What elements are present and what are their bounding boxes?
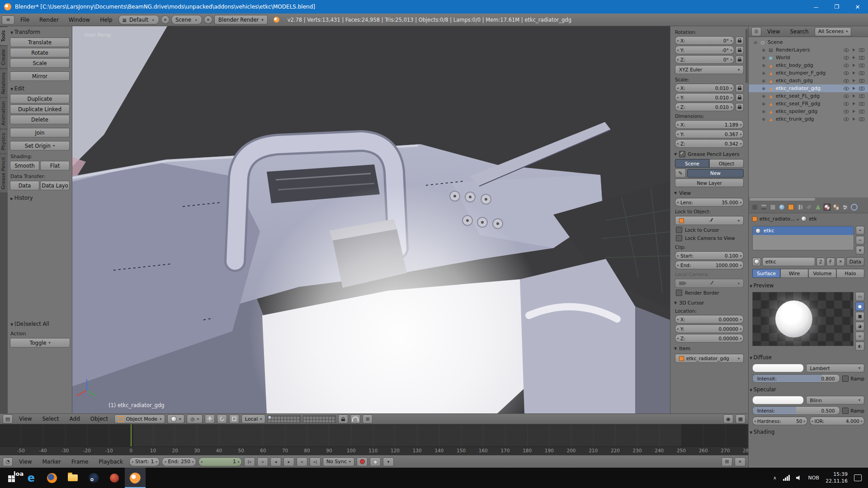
selectability-cursor-icon[interactable] [852, 63, 856, 68]
selectability-cursor-icon[interactable] [852, 79, 856, 83]
outliner-row[interactable]: etkc_body_gdg [749, 61, 868, 69]
delete-scene-button[interactable] [204, 15, 212, 24]
modifiers-tab[interactable] [805, 203, 813, 211]
object-tab[interactable] [787, 203, 795, 211]
expand-icon[interactable] [761, 62, 766, 68]
action-center-icon[interactable] [854, 474, 862, 481]
fake-user-button[interactable]: F [826, 258, 835, 266]
rotation-z-field[interactable]: Z:0° [675, 55, 734, 64]
jump-to-end-button[interactable] [310, 457, 321, 466]
visibility-eye-icon[interactable] [844, 56, 849, 60]
preview-hair-button[interactable] [855, 332, 864, 341]
keying-set-button[interactable] [370, 457, 381, 466]
delete-layout-button[interactable] [161, 15, 170, 24]
volume-tab[interactable]: Volume [808, 269, 836, 278]
visibility-eye-icon[interactable] [844, 48, 849, 52]
diffuse-shader-dropdown[interactable]: Lambert [806, 364, 865, 372]
translate-button[interactable]: Translate [10, 38, 70, 47]
add-slot-button[interactable] [856, 226, 864, 235]
preview-sphere-button[interactable] [855, 302, 864, 311]
blender-taskbar-icon[interactable] [125, 468, 146, 488]
expand-icon[interactable] [761, 116, 766, 122]
transform-panel-header[interactable]: Transform [9, 27, 70, 37]
cursor-y-field[interactable]: Y:0.00000 [675, 324, 744, 333]
timeline-menu-marker[interactable]: Marker [38, 459, 65, 465]
renderability-camera-icon[interactable] [859, 117, 864, 121]
surface-tab[interactable]: Surface [752, 269, 780, 278]
expand-icon[interactable] [761, 70, 766, 76]
specular-panel-header[interactable]: Specular [749, 385, 868, 394]
preview-flat-button[interactable] [855, 292, 864, 301]
breadcrumb-material[interactable]: etk [809, 216, 816, 222]
grease-pencil-checkbox[interactable] [679, 151, 685, 157]
delete-keyframe-button[interactable] [735, 457, 745, 466]
dim-x-field[interactable]: X:1.189 [675, 120, 744, 129]
visibility-eye-icon[interactable] [844, 102, 849, 106]
cursor-x-field[interactable]: X:0.00000 [675, 315, 744, 324]
network-icon[interactable] [783, 475, 790, 481]
frame-start-field[interactable]: Start:1 [129, 457, 160, 466]
dim-y-field[interactable]: Y:0.367 [675, 130, 744, 138]
editor-type-icon[interactable] [3, 414, 13, 423]
unlink-material-button[interactable] [836, 258, 845, 266]
tray-expand-icon[interactable] [773, 475, 776, 481]
gp-new-layer-button[interactable]: New Layer [675, 178, 744, 187]
toggle-dropdown[interactable]: Toggle [10, 338, 70, 347]
close-button[interactable] [847, 0, 868, 14]
play-reverse-button[interactable] [270, 457, 281, 466]
material-slot-selected[interactable]: etkc [753, 226, 854, 235]
lock-camera-checkbox[interactable] [676, 235, 682, 241]
smooth-button[interactable]: Smooth [10, 161, 39, 170]
breadcrumb-object[interactable]: etkc_radiato... [760, 216, 795, 222]
shading-dropdown[interactable] [167, 414, 184, 423]
current-frame-field[interactable]: 1 [198, 457, 242, 466]
cursor-panel-header[interactable]: 3D Cursor [671, 298, 747, 307]
renderability-camera-icon[interactable] [859, 71, 864, 75]
outliner-scrollbar[interactable] [748, 197, 868, 201]
visibility-eye-icon[interactable] [844, 117, 849, 122]
manipulator-rotate-button[interactable] [217, 414, 227, 423]
specular-intensity-slider[interactable]: Intensi:0.500 [752, 406, 840, 415]
renderability-camera-icon[interactable] [859, 94, 864, 98]
add-scene-icon[interactable] [194, 16, 198, 23]
render-layers-tab[interactable] [760, 203, 768, 211]
physics-tab[interactable] [850, 203, 858, 211]
outliner-row[interactable]: etkc_trunk_gdg [749, 115, 868, 123]
expand-icon[interactable] [761, 93, 766, 99]
editor-type-icon[interactable] [3, 457, 13, 466]
tab-create[interactable]: Create [0, 46, 8, 68]
wire-tab[interactable]: Wire [780, 269, 808, 278]
scene-tab[interactable] [769, 203, 777, 211]
previous-keyframe-button[interactable] [257, 457, 268, 466]
render-tab[interactable] [751, 203, 759, 211]
selectability-cursor-icon[interactable] [852, 109, 856, 114]
visibility-eye-icon[interactable] [844, 71, 849, 75]
renderability-camera-icon[interactable] [859, 86, 864, 90]
lens-field[interactable]: Lens:35.000 [675, 198, 744, 206]
scale-y-field[interactable]: Y:0.010 [675, 93, 734, 102]
outliner-menu-view[interactable]: View [763, 28, 784, 35]
tab-physics[interactable]: Physics [0, 130, 8, 154]
record-button[interactable] [357, 457, 368, 466]
material-browse-dropdown[interactable] [752, 258, 761, 266]
next-keyframe-button[interactable] [297, 457, 307, 466]
ior-field[interactable]: IOR:4.000 [810, 417, 865, 425]
lock-to-scene-button[interactable] [338, 414, 348, 423]
diffuse-color-swatch[interactable] [752, 364, 804, 372]
menu-render[interactable]: Render [35, 17, 63, 23]
view-panel-header[interactable]: View [671, 188, 747, 197]
outliner-row[interactable]: etkc_dash_gdg [749, 77, 868, 84]
outliner-row[interactable]: etkc_seat_FR_gdg [749, 100, 868, 108]
menu-file[interactable]: File [16, 17, 33, 23]
lock-icon[interactable] [736, 103, 744, 111]
duplicate-linked-button[interactable]: Duplicate Linked [10, 104, 70, 114]
outliner-row[interactable]: etkc_spoiler_gdg [749, 108, 868, 115]
lock-icon[interactable] [736, 94, 744, 102]
outliner-display-dropdown[interactable]: All Scenes [815, 27, 851, 36]
selectability-cursor-icon[interactable] [852, 117, 856, 122]
snap-magnet-button[interactable] [350, 414, 360, 423]
visibility-eye-icon[interactable] [844, 86, 849, 91]
preview-panel-header[interactable]: Preview [749, 281, 868, 290]
material-link-dropdown[interactable]: Data [846, 257, 864, 266]
play-button[interactable] [283, 457, 294, 466]
